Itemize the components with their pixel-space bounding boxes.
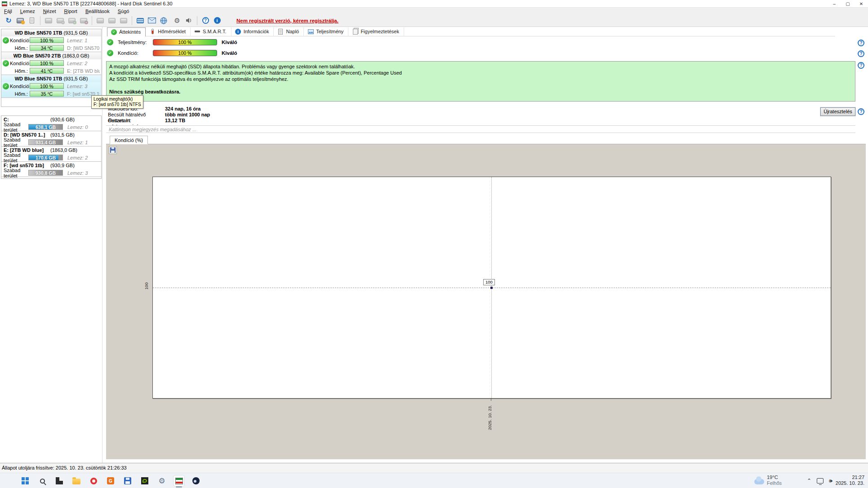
partition-size: (931,5 GB)	[50, 132, 75, 138]
about-info-icon[interactable]: i	[212, 16, 222, 26]
temperature-bar: 41 °C	[30, 68, 64, 74]
taskbar-clock[interactable]: 21:27 2025. 10. 23.	[836, 475, 864, 486]
main-pane: ✓Áttekintés Hőmérséklet S.M.A.R.T. iInfo…	[106, 27, 868, 463]
free-space-label: Szabad terület	[4, 137, 28, 148]
sidebar: WD Blue SN570 1TB (931,5 GB) ✓ Kondíció:…	[0, 27, 102, 463]
condition-history-chart: 100 100 2025. 10. 23.	[106, 144, 866, 459]
partition-item-f[interactable]: F: [wd sn570 1tb](930,9 GB) Szabad terül…	[1, 162, 101, 177]
disk-item-2[interactable]: WD Blue SN570 2TB (1863,0 GB) ✓ Kondíció…	[1, 52, 101, 75]
partition-name: E: [2TB WD blue]	[4, 147, 44, 153]
menu-report[interactable]: Riport	[60, 9, 81, 14]
gog-icon[interactable]: G	[105, 475, 116, 486]
app-logo-icon	[2, 1, 7, 6]
menu-help[interactable]: Súgó	[114, 9, 134, 14]
disk-status-icon[interactable]: !	[15, 16, 25, 26]
chart-tab-condition[interactable]: Kondíció (%)	[110, 136, 148, 144]
disk-stop-icon[interactable]: ×	[79, 16, 89, 26]
partition-name: D: [WD SN570 1..]	[4, 132, 45, 138]
disk-clock-icon[interactable]: •	[55, 16, 65, 26]
tab-alerts[interactable]: Figyelmeztetések	[348, 27, 404, 36]
clock-date: 2025. 10. 23.	[836, 480, 864, 486]
disk-number: Lemez: 3	[64, 84, 100, 89]
refresh-icon[interactable]: ↻	[4, 16, 13, 26]
tab-information[interactable]: iInformációk	[231, 27, 274, 36]
email-icon[interactable]	[147, 16, 157, 26]
hard-disk-sentinel-taskbar-icon[interactable]	[174, 475, 184, 486]
nvidia-icon[interactable]	[139, 475, 150, 486]
disk-number: Lemez: 3	[63, 170, 100, 176]
help-retest-icon[interactable]: ?	[858, 108, 864, 115]
tab-overview[interactable]: ✓Áttekintés	[107, 27, 146, 36]
tab-performance[interactable]: Teljesítmény	[304, 27, 348, 36]
retest-button[interactable]: Újratesztelés	[820, 107, 855, 116]
weather-widget[interactable]: 19°C Felhős	[754, 475, 782, 486]
stat-label: Összes írt adatmennyiség:	[108, 118, 165, 124]
help-performance-icon[interactable]: ?	[858, 40, 864, 46]
windows-taskbar: G ⚙ 19°C Felhős ⌃ 🕪 21:27 2025. 10. 23.	[0, 473, 868, 488]
file-explorer-icon[interactable]	[71, 475, 82, 486]
disk-item-3-selected[interactable]: WD Blue SN570 1TB (931,5 GB) ✓ Kondíció:…	[1, 75, 101, 98]
disk-test-icon[interactable]: +	[67, 16, 77, 26]
volume-icon[interactable]: 🕪	[829, 477, 832, 484]
partition-item-e[interactable]: E: [2TB WD blue](1863,0 GB) Szabad terül…	[1, 146, 101, 162]
tray-chevron-up-icon[interactable]: ⌃	[807, 478, 811, 484]
comment-input[interactable]: Kattintson megjegyzés megadásához ...	[106, 125, 855, 133]
search-button[interactable]	[37, 475, 48, 486]
menu-view[interactable]: Nézet	[39, 9, 60, 14]
disk-surface-icon[interactable]	[95, 16, 105, 26]
close-button[interactable]: ✕	[855, 0, 868, 8]
start-button[interactable]	[20, 475, 31, 486]
partition-size: (930,9 GB)	[50, 163, 75, 168]
toolbar: ↻ ! • + × ⚙	[0, 14, 868, 27]
disk-ok-icon: ✓	[3, 60, 9, 67]
clock-time: 21:27	[836, 475, 864, 480]
free-space-label: Szabad terület	[4, 152, 28, 163]
menu-disk[interactable]: Lemez	[16, 9, 39, 14]
partition-size: (930,6 GB)	[50, 117, 75, 122]
network-icon[interactable]	[817, 478, 823, 484]
app-square-icon[interactable]	[54, 475, 65, 486]
disk-item-1[interactable]: WD Blue SN570 1TB (931,5 GB) ✓ Kondíció:…	[1, 29, 101, 52]
opera-icon[interactable]	[88, 475, 99, 486]
details-icon[interactable]	[135, 16, 145, 26]
temperature-bar: 34 °C	[30, 45, 64, 51]
performance-rating: Kiváló	[222, 40, 237, 45]
help-icon[interactable]: ?	[200, 16, 210, 26]
partition-item-c[interactable]: C:(930,6 GB) Szabad terület 638,1 GB Lem…	[1, 116, 101, 131]
data-point	[490, 287, 493, 289]
total-commander-icon[interactable]	[122, 475, 133, 486]
weather-temp: 19°C	[767, 475, 782, 480]
menu-bar: Fájl Lemez Nézet Riport Beállítások Súgó	[0, 8, 868, 14]
help-summary-icon[interactable]: ?	[858, 62, 864, 69]
maximize-button[interactable]: ▢	[841, 0, 855, 8]
menu-file[interactable]: Fájl	[0, 9, 16, 14]
report-icon[interactable]	[27, 16, 37, 26]
stat-label: Becsült hátralévő élettartam:	[108, 112, 165, 118]
disk-tools-icon[interactable]	[107, 16, 117, 26]
help-condition-icon[interactable]: ?	[858, 50, 864, 57]
register-link[interactable]: Nem regisztrált verzió, kérem regisztrál…	[236, 18, 338, 23]
steam-icon[interactable]	[191, 475, 201, 486]
disk-detect-icon[interactable]	[44, 16, 53, 26]
stat-value: 324 nap, 16 óra	[165, 106, 201, 112]
tab-log[interactable]: Napló	[274, 27, 304, 36]
condition-row: ✓ Kondíció: 100 % Kiváló	[107, 49, 237, 57]
disk-eject-icon[interactable]	[119, 16, 129, 26]
drive-letter: D: [WD SN570 1T	[64, 45, 100, 51]
cloud-icon	[754, 479, 764, 484]
save-chart-button[interactable]	[109, 146, 117, 154]
settings-gear-icon[interactable]: ⚙	[172, 16, 182, 26]
tab-smart[interactable]: S.M.A.R.T.	[191, 27, 231, 36]
title-bar: Lemez: 3, WD Blue SN570 1TB [22274480068…	[0, 0, 868, 8]
tab-temperature[interactable]: Hőmérséklet	[146, 27, 191, 36]
partition-item-d[interactable]: D: [WD SN570 1..](931,5 GB) Szabad terül…	[1, 131, 101, 146]
tab-bar: ✓Áttekintés Hőmérséklet S.M.A.R.T. iInfo…	[107, 28, 835, 36]
partition-name: F: [wd sn570 1tb]	[4, 163, 44, 168]
menu-settings[interactable]: Beállítások	[81, 9, 114, 14]
temperature-label: Hőm.:	[10, 68, 30, 74]
web-icon[interactable]	[159, 16, 169, 26]
health-summary-box: A mozgó alkatrész nélküli meghajtó (SSD)…	[106, 61, 855, 102]
sound-icon[interactable]	[184, 16, 194, 26]
minimize-button[interactable]: –	[828, 0, 841, 8]
settings-gear-icon[interactable]: ⚙	[156, 475, 167, 486]
